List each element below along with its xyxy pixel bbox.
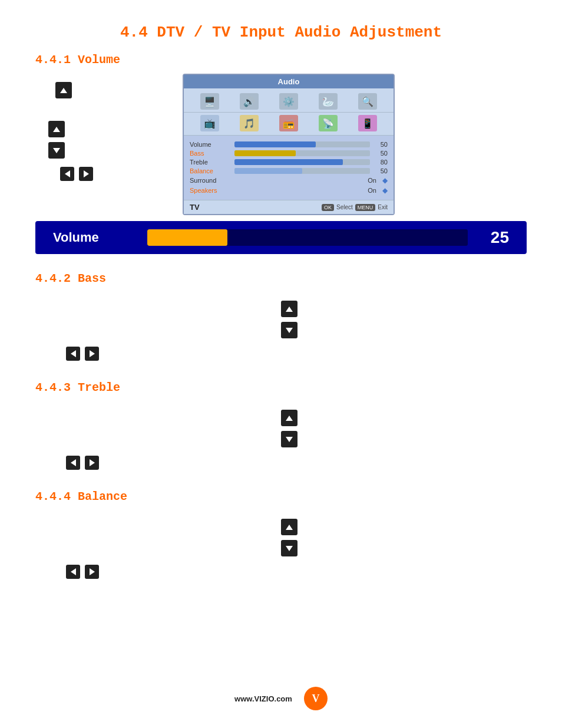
bass-right-icon bbox=[85, 347, 99, 361]
audio-diamond-speakers: ◆ bbox=[382, 186, 388, 195]
treble-left-icon bbox=[66, 456, 80, 470]
balance-down-icon bbox=[281, 540, 297, 556]
menu-icon-settings: ⚙️ bbox=[279, 93, 298, 110]
section-bass-title: 4.4.2 Bass bbox=[35, 272, 527, 285]
audio-diamond-surround: ◆ bbox=[382, 176, 388, 185]
remote-right-icon bbox=[79, 167, 93, 181]
audio-row-speakers: Speakers On ◆ bbox=[190, 186, 388, 195]
remote-down-icon bbox=[48, 142, 65, 159]
remote-left-icon bbox=[60, 167, 74, 181]
menu-icon-tv: 🖥️ bbox=[200, 93, 219, 110]
audio-value-speakers: On bbox=[368, 187, 376, 194]
section-treble: 4.4.3 Treble bbox=[35, 381, 527, 472]
audio-row-treble: Treble 80 bbox=[190, 159, 388, 166]
bass-left-icon bbox=[66, 347, 80, 361]
audio-value-volume: 50 bbox=[373, 141, 388, 148]
updown-pair bbox=[46, 118, 67, 161]
balance-right-icon bbox=[85, 565, 99, 579]
audio-menu-header: Audio bbox=[184, 75, 394, 88]
bass-up-icon bbox=[281, 301, 297, 317]
volume-bar-display: Volume 25 bbox=[35, 221, 527, 254]
audio-bar-treble bbox=[234, 159, 370, 165]
balance-up-icon bbox=[281, 519, 297, 535]
audio-value-treble: 80 bbox=[373, 159, 388, 166]
audio-menu-footer: TV OK Select MENU Exit bbox=[184, 200, 394, 214]
section-bass: 4.4.2 Bass bbox=[35, 272, 527, 363]
treble-instructions bbox=[41, 401, 527, 472]
balance-instructions bbox=[41, 510, 527, 581]
audio-menu-rows: Volume 50 Bass 50 bbox=[184, 136, 394, 200]
menu-icon-audio: 🔊 bbox=[240, 93, 259, 110]
remote-icon-single bbox=[55, 82, 72, 98]
menu-icon-2a: 📺 bbox=[200, 115, 219, 131]
audio-bar-balance bbox=[234, 168, 370, 174]
section-balance-title: 4.4.4 Balance bbox=[35, 490, 527, 503]
audio-label-volume: Volume bbox=[190, 141, 231, 148]
select-badge: OK bbox=[322, 204, 334, 211]
audio-label-surround: Surround bbox=[190, 177, 231, 184]
audio-menu-screenshot: Audio 🖥️ 🔊 ⚙️ 🦢 🔍 📺 🎵 📻 📡 📱 bbox=[183, 74, 395, 215]
section-volume-title: 4.4.1 Volume bbox=[35, 53, 527, 67]
volume-bar-label: Volume bbox=[53, 230, 135, 245]
audio-row-surround: Surround On ◆ bbox=[190, 176, 388, 185]
volume-bar-fill bbox=[147, 229, 227, 246]
volume-instructions bbox=[35, 74, 165, 183]
balance-updown-pair bbox=[52, 516, 527, 559]
bass-down-icon bbox=[281, 322, 297, 338]
vizio-logo: V bbox=[304, 687, 328, 710]
audio-value-surround: On bbox=[368, 177, 376, 184]
bass-instructions bbox=[41, 292, 527, 363]
main-title: 4.4 DTV / TV Input Audio Adjustment bbox=[35, 24, 527, 41]
menu-icon-2d: 📡 bbox=[319, 115, 338, 131]
audio-menu-source: TV bbox=[190, 203, 200, 212]
audio-menu-footer-buttons: OK Select MENU Exit bbox=[322, 204, 388, 211]
audio-label-balance: Balance bbox=[190, 167, 231, 174]
audio-label-bass: Bass bbox=[190, 150, 231, 157]
treble-right-icon bbox=[85, 456, 99, 470]
volume-bar-bg bbox=[147, 229, 468, 246]
menu-icon-2b: 🎵 bbox=[240, 115, 259, 131]
exit-label: Exit bbox=[378, 204, 388, 210]
page-footer: www.VIZIO.com V bbox=[0, 687, 562, 710]
menu-badge: MENU bbox=[355, 204, 376, 211]
treble-down-icon bbox=[281, 431, 297, 447]
footer-url: www.VIZIO.com bbox=[234, 694, 292, 703]
volume-bar-value: 25 bbox=[480, 228, 509, 247]
treble-up-icon bbox=[281, 410, 297, 426]
audio-label-treble: Treble bbox=[190, 159, 231, 166]
treble-leftright-pair bbox=[64, 453, 527, 472]
audio-label-speakers: Speakers bbox=[190, 187, 231, 194]
menu-icon-2c: 📻 bbox=[279, 115, 298, 131]
balance-leftright-pair bbox=[64, 562, 527, 581]
section-treble-title: 4.4.3 Treble bbox=[35, 381, 527, 394]
menu-icon-info: 🔍 bbox=[358, 93, 377, 110]
remote-up-icon bbox=[48, 121, 65, 137]
audio-row-volume: Volume 50 bbox=[190, 141, 388, 148]
menu-icon-2e: 📱 bbox=[358, 115, 377, 131]
section-balance: 4.4.4 Balance bbox=[35, 490, 527, 581]
section-volume: 4.4.1 Volume Audio bbox=[35, 53, 527, 254]
menu-icon-lock: 🦢 bbox=[319, 93, 338, 110]
audio-row-balance: Balance 50 bbox=[190, 167, 388, 174]
audio-bar-volume bbox=[234, 141, 370, 147]
bass-updown-pair bbox=[52, 298, 527, 341]
audio-row-bass: Bass 50 bbox=[190, 150, 388, 157]
audio-menu-icons: 🖥️ 🔊 ⚙️ 🦢 🔍 bbox=[184, 88, 394, 113]
select-label: Select bbox=[336, 204, 353, 210]
leftright-pair bbox=[58, 164, 95, 183]
audio-menu-icons-2: 📺 🎵 📻 📡 📱 bbox=[184, 113, 394, 136]
audio-value-balance: 50 bbox=[373, 167, 388, 174]
audio-bar-bass bbox=[234, 150, 370, 156]
bass-leftright-pair bbox=[64, 344, 527, 363]
audio-value-bass: 50 bbox=[373, 150, 388, 157]
balance-left-icon bbox=[66, 565, 80, 579]
treble-updown-pair bbox=[52, 407, 527, 450]
